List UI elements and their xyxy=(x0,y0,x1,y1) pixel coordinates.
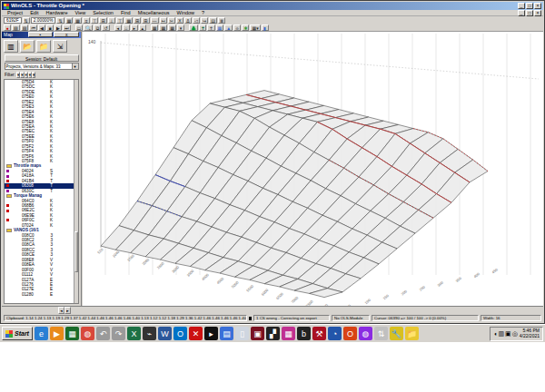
origin-icon[interactable]: ⌂ xyxy=(123,24,130,31)
undo-arrow-icon[interactable]: ↤ xyxy=(160,17,167,24)
nav-left-icon[interactable]: ◂ xyxy=(114,24,122,31)
nav-up-icon[interactable]: ▴ xyxy=(139,24,146,31)
nav-right-icon[interactable]: ▸ xyxy=(131,24,138,31)
session-button[interactable]: Session: Default xyxy=(5,54,79,62)
map-3d-icon[interactable]: ▦ xyxy=(159,24,167,31)
grid-icon[interactable]: ▦ xyxy=(124,17,133,24)
list-scrollbar[interactable] xyxy=(74,80,78,303)
panel-close-icon[interactable]: x xyxy=(54,32,79,37)
rotate-icon[interactable]: ↺ xyxy=(102,24,109,31)
import-folder-icon[interactable]: 📁 xyxy=(36,40,51,53)
wrench-icon[interactable]: 🔧 xyxy=(390,327,403,340)
jump-icon[interactable]: ↪ xyxy=(201,17,208,24)
person2-icon[interactable]: ✝ xyxy=(207,24,214,31)
close-button[interactable]: × xyxy=(534,3,541,9)
redo-tool-icon[interactable]: ↷ xyxy=(112,327,125,340)
col-mid-icon[interactable]: ⊞ xyxy=(99,17,106,24)
table-icon[interactable]: ▦ xyxy=(216,24,224,31)
step-back-icon[interactable]: ◀ xyxy=(38,24,45,31)
menu-item-selection[interactable]: Selection xyxy=(89,10,117,15)
star-icon[interactable]: ✱ xyxy=(242,24,249,31)
obd-cable-icon[interactable]: ⌁ xyxy=(143,327,156,340)
forward-icon[interactable]: ⏭ xyxy=(63,24,71,31)
menu-item-edit[interactable]: Edit xyxy=(26,10,42,15)
terminal-icon[interactable]: ▸ xyxy=(204,327,218,340)
delta-icon[interactable]: Δ xyxy=(184,17,192,24)
explorer-folder-icon[interactable]: ▤ xyxy=(220,327,233,340)
tray-shield-icon[interactable]: ▣ xyxy=(505,330,511,338)
tree-icon[interactable]: 🌲 xyxy=(189,24,198,31)
color-grid-icon[interactable]: ▦ xyxy=(282,327,295,340)
winols-app-icon[interactable]: ▦ xyxy=(65,327,79,340)
menu-item-project[interactable]: Project xyxy=(4,10,26,15)
tray-volume-icon[interactable]: ◖ xyxy=(493,330,497,338)
chevron-down-icon[interactable]: ▼ xyxy=(72,64,78,69)
zoom-in-icon[interactable]: 🔍 xyxy=(84,24,93,31)
menu-item-view[interactable]: View xyxy=(71,10,89,15)
media-player-icon[interactable]: ▶ xyxy=(50,327,64,340)
map-2d-icon[interactable]: ▦ xyxy=(151,24,159,31)
factor-field[interactable]: 2.00000% xyxy=(31,17,56,24)
factor-field-spinner[interactable]: ⇅ xyxy=(56,17,64,24)
cut-icon[interactable]: ✂ xyxy=(168,17,175,24)
view-hex-icon[interactable]: ▦ xyxy=(65,17,74,24)
multiply-icon[interactable]: X xyxy=(176,17,183,24)
panel-pin-icon[interactable]: ▪ xyxy=(28,32,54,37)
open-folder-icon[interactable]: 📂 xyxy=(20,40,35,53)
combo-icon[interactable]: ▦▾ xyxy=(250,24,260,31)
bimmer-icon[interactable]: b xyxy=(297,327,311,340)
zoom-window-icon[interactable]: ⧉ xyxy=(94,24,101,31)
stop-icon[interactable]: ■ xyxy=(46,24,54,31)
record-icon[interactable]: ● xyxy=(4,24,11,31)
checkered-flag-icon[interactable]: ▞ xyxy=(266,327,280,340)
mdi-restore-button[interactable]: □ xyxy=(526,10,533,16)
list-icon[interactable]: ▤ xyxy=(209,17,217,24)
tray-power-icon[interactable]: ◎ xyxy=(512,330,518,338)
map-3d-view[interactable]: 1405201040156020802600300035004000450050… xyxy=(83,32,543,306)
undo-tool-icon[interactable]: ↶ xyxy=(96,327,110,340)
firefox-icon[interactable]: ◔ xyxy=(328,327,342,340)
shared-folder-icon[interactable]: 📁 xyxy=(405,327,419,340)
tab-scroll-left-icon[interactable]: ◄ xyxy=(58,307,64,314)
outlook-icon[interactable]: O xyxy=(173,327,187,340)
maximize-button[interactable]: □ xyxy=(526,3,533,9)
selection-icon[interactable]: ▭ xyxy=(75,24,84,31)
scrollbar-thumb[interactable] xyxy=(74,231,78,271)
minimize-button[interactable]: _ xyxy=(518,3,525,9)
bar-icon[interactable]: ▮ xyxy=(262,24,269,31)
menu-item-?[interactable]: ? xyxy=(198,10,208,15)
sync-arrows-icon[interactable]: ⇅ xyxy=(374,327,388,340)
view-text-icon[interactable]: ≡ xyxy=(83,17,90,24)
menu-item-miscellaneous[interactable]: Miscellaneous xyxy=(134,10,173,15)
excel-icon[interactable]: X xyxy=(127,327,141,340)
chrome-icon[interactable]: ◍ xyxy=(81,327,94,340)
tuner-app-icon[interactable]: ▣ xyxy=(251,327,264,340)
address-field-spinner[interactable]: ⇅ xyxy=(23,17,30,24)
filter-button-2[interactable]: ▾ xyxy=(20,72,24,78)
chart-up-icon[interactable]: ▲ xyxy=(224,24,233,31)
rewind-icon[interactable]: ⏮ xyxy=(29,24,37,31)
equalizer-icon[interactable]: ≣ xyxy=(218,17,225,24)
projects-combobox[interactable]: Projects, Versions & Maps: 33 ▼ xyxy=(5,63,79,70)
view-hex2-icon[interactable]: ▦ xyxy=(74,17,82,24)
start-button[interactable]: Start xyxy=(2,327,33,340)
opera-icon[interactable]: O xyxy=(343,327,357,340)
col-up-icon[interactable]: ⊤ xyxy=(91,17,98,24)
red-tool-icon[interactable]: ⚒ xyxy=(312,327,326,340)
step-fwd-icon[interactable]: ▶ xyxy=(54,24,62,31)
map-text-icon[interactable]: ▦ xyxy=(168,24,176,31)
word-icon[interactable]: W xyxy=(158,327,172,340)
address-field[interactable]: 6192F xyxy=(4,17,22,24)
save-map-icon[interactable]: ▥ xyxy=(4,40,18,53)
menu-item-window[interactable]: Window xyxy=(173,10,198,15)
diamond-icon[interactable]: ◆ xyxy=(233,24,241,31)
internet-explorer-icon[interactable]: e xyxy=(35,327,48,340)
panel-header[interactable]: Map selection ▪ x xyxy=(2,32,81,38)
globe-browser-icon[interactable]: ◍ xyxy=(359,327,372,340)
grid2-icon[interactable]: ⊞ xyxy=(134,17,141,24)
checker-a-icon[interactable]: ▨ xyxy=(12,24,20,31)
col-swap-icon[interactable]: ⊤ xyxy=(116,17,124,24)
menu-item-find[interactable]: Find xyxy=(117,10,134,15)
mdi-close-button[interactable]: × xyxy=(534,10,541,16)
menu-item-hardware[interactable]: Hardware xyxy=(43,10,72,15)
